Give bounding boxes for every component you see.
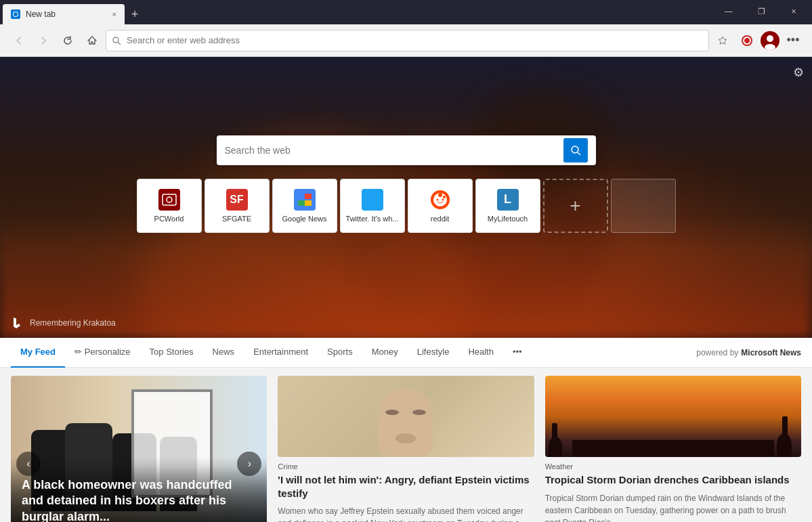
hero-settings-icon[interactable]: ⚙ [793,65,804,80]
quick-link-mylifetouch[interactable]: L MyLifetouch [475,179,540,233]
quick-link-blank[interactable] [611,179,676,233]
story3-description: Tropical Storm Dorian dumped rain on the… [545,492,801,523]
sfgate-icon: SF [226,189,248,211]
quick-link-label: reddit [431,215,450,223]
search-submit-button[interactable] [563,138,588,162]
close-button[interactable]: × [778,1,809,22]
tab-lifestyle[interactable]: Lifestyle [408,338,459,368]
news-section: My Feed ✏ Personalize Top Stories News E… [0,338,812,522]
forward-button[interactable] [33,30,54,51]
quick-link-pcworld[interactable]: PCWorld [137,179,202,233]
svg-line-3 [118,42,121,45]
tab-sports[interactable]: Sports [318,338,362,368]
new-tab-button[interactable]: + [125,4,145,24]
hero-bottom-branding: Remembering Krakatoa [11,316,116,330]
quick-link-label: Google News [282,215,326,223]
tab-favicon [11,9,20,19]
svg-point-19 [436,198,438,200]
quick-link-label: Twitter. It's wh... [346,215,399,223]
svg-rect-14 [305,194,312,199]
tab-personalize[interactable]: ✏ Personalize [65,338,140,368]
svg-point-22 [443,196,446,198]
opera-icon-button[interactable] [736,30,758,51]
quick-link-reddit[interactable]: reddit [408,179,473,233]
quick-link-label: SFGATE [222,215,251,223]
home-button[interactable] [81,30,103,51]
story2-description: Women who say Jeffrey Epstein sexually a… [278,505,534,522]
news-card-main[interactable]: ‹ › A black homeowner was handcuffed and… [11,376,267,522]
active-tab[interactable]: New tab × [3,4,125,24]
tab-more[interactable]: ••• [503,338,532,368]
svg-point-12 [167,197,172,202]
profile-icon[interactable] [761,31,779,50]
svg-point-1 [14,12,18,16]
carousel-prev-button[interactable]: ‹ [16,452,41,476]
svg-rect-16 [305,200,312,206]
svg-rect-15 [298,200,305,206]
more-button[interactable]: ••• [782,30,804,51]
restore-button[interactable]: ❐ [746,1,777,22]
epstein-image [278,376,534,457]
story2-title: 'I will not let him win': Angry, defiant… [278,473,534,500]
hero-section: ⚙ PCWorld SF SFGATE [0,57,812,338]
pcworld-icon [158,189,180,211]
story3-category: Weather [545,462,801,471]
quick-link-label: MyLifetouch [488,215,528,223]
web-search-input[interactable] [225,145,563,156]
mylifetouch-icon: L [497,189,519,211]
tab-health[interactable]: Health [458,338,503,368]
news-card-epstein[interactable]: Crime 'I will not let him win': Angry, d… [278,376,534,522]
quick-links-bar: PCWorld SF SFGATE Google News Tw [137,179,676,233]
svg-rect-11 [163,194,176,205]
story3-title: Tropical Storm Dorian drenches Caribbean… [545,473,801,487]
svg-line-10 [578,152,580,155]
quick-link-label: PCWorld [154,215,184,223]
bing-logo [11,316,24,330]
tab-close-button[interactable]: × [112,10,116,18]
quick-link-googlenews[interactable]: Google News [272,179,337,233]
svg-point-9 [572,146,578,153]
search-container [217,135,596,165]
storm-image [545,376,801,457]
tab-my-feed[interactable]: My Feed [11,338,65,368]
tab-top-stories[interactable]: Top Stories [140,338,203,368]
tab-bar: New tab × + — ❐ × [0,0,812,24]
window-controls: — ❐ × [713,1,809,24]
svg-rect-13 [298,194,305,199]
quick-link-add[interactable]: + [543,179,608,233]
search-box[interactable] [217,135,596,165]
svg-point-21 [438,193,442,197]
reddit-icon [429,189,451,211]
refresh-button[interactable] [57,30,79,51]
navigation-bar: ••• [0,24,812,57]
address-input[interactable] [127,35,703,45]
add-icon: + [565,195,586,217]
news-card-storm[interactable]: Weather Tropical Storm Dorian drenches C… [545,376,801,522]
gnews-icon [294,189,316,211]
main-story-overlay: A black homeowner was handcuffed and det… [11,466,267,522]
news-cards-grid: ‹ › A black homeowner was handcuffed and… [0,368,812,522]
back-button[interactable] [8,30,30,51]
news-tabs-bar: My Feed ✏ Personalize Top Stories News E… [0,338,812,368]
minimize-button[interactable]: — [713,1,744,22]
twitter-icon [362,189,383,211]
nav-right-controls: ••• [712,30,804,51]
svg-point-7 [767,35,773,42]
main-story-title: A black homeowner was handcuffed and det… [22,477,256,522]
quick-link-sfgate[interactable]: SF SFGATE [205,179,270,233]
tab-money[interactable]: Money [362,338,408,368]
tab-entertainment[interactable]: Entertainment [244,338,318,368]
story2-category: Crime [278,462,534,471]
svg-point-2 [113,37,119,43]
tab-title: New tab [26,9,56,19]
svg-point-20 [442,198,444,200]
favorites-button[interactable] [712,30,733,51]
search-icon [112,36,121,45]
carousel-next-button[interactable]: › [237,452,261,476]
hero-location-text: Remembering Krakatoa [30,318,116,328]
tab-news[interactable]: News [203,338,244,368]
address-bar[interactable] [106,30,709,51]
quick-link-twitter[interactable]: Twitter. It's wh... [340,179,405,233]
powered-by-label: powered by Microsoft News [696,348,801,357]
